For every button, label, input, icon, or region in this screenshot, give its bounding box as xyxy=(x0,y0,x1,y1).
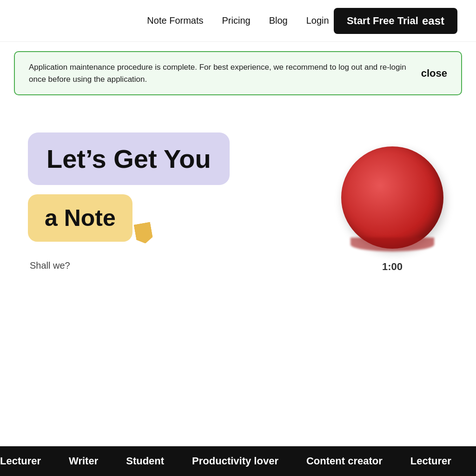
hero-line1-text: Let’s Get You xyxy=(46,144,211,173)
hero-subtitle: Shall we? xyxy=(28,260,309,271)
ticker-item: Lecturer xyxy=(0,455,41,467)
hero-line2-wrapper: a Note xyxy=(28,194,309,242)
ticker-bar: LecturerWriterStudentProductivity loverC… xyxy=(0,446,476,476)
east-icon: east xyxy=(422,14,444,27)
timer-value: 1:00 xyxy=(382,261,403,273)
ticker-item: Writer xyxy=(69,455,98,467)
hero-text-block: Let’s Get You a Note Shall we? xyxy=(28,132,309,271)
nav-links: Note Formats Pricing Blog Login xyxy=(147,15,329,26)
start-free-trial-button[interactable]: Start Free Trial east xyxy=(334,8,457,34)
tomato-body xyxy=(341,146,443,249)
maintenance-banner: Application maintenance procedure is com… xyxy=(14,51,462,95)
nav-blog[interactable]: Blog xyxy=(269,15,288,26)
hero-bubble-line1: Let’s Get You xyxy=(28,132,230,185)
nav-note-formats[interactable]: Note Formats xyxy=(147,15,203,26)
nav-login[interactable]: Login xyxy=(306,15,329,26)
cta-label: Start Free Trial xyxy=(347,15,418,27)
pomodoro-timer: 1:00 xyxy=(337,132,448,273)
hero-bubble-line2: a Note xyxy=(28,194,132,242)
ticker-item: Productivity lover xyxy=(192,455,278,467)
ticker-item: Student xyxy=(126,455,164,467)
ticker-item: Content creator xyxy=(306,455,383,467)
ticker-track: LecturerWriterStudentProductivity loverC… xyxy=(0,455,476,467)
banner-close-button[interactable]: close xyxy=(421,67,447,79)
banner-message: Application maintenance procedure is com… xyxy=(29,61,410,85)
pen-icon xyxy=(133,222,153,245)
tomato-shadow xyxy=(350,238,434,251)
hero-line2-text: a Note xyxy=(45,205,116,231)
ticker-item: Lecturer xyxy=(410,455,451,467)
tomato-graphic xyxy=(337,142,448,253)
navbar: Note Formats Pricing Blog Login Start Fr… xyxy=(0,0,476,42)
hero-section: Let’s Get You a Note Shall we? 1:00 xyxy=(0,105,476,337)
nav-pricing[interactable]: Pricing xyxy=(222,15,251,26)
